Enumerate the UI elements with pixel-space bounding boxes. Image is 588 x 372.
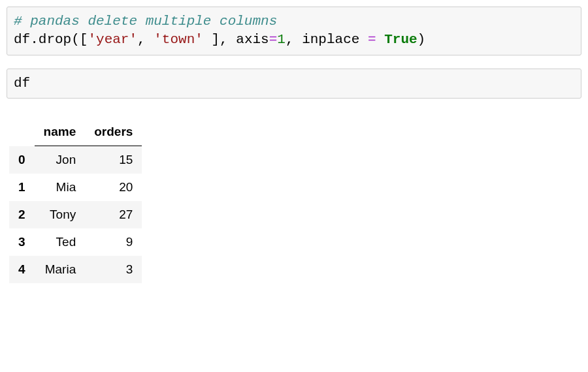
table-cell: Mia — [35, 174, 86, 201]
code-text: , inplace — [286, 32, 368, 47]
code-operator: = — [269, 32, 278, 47]
code-cell-2[interactable]: df — [7, 69, 581, 99]
table-header-cell: orders — [85, 118, 142, 146]
table-cell: 3 — [85, 256, 142, 283]
code-number: 1 — [277, 32, 286, 47]
table-row: 1 Mia 20 — [9, 174, 142, 201]
output-area: name orders 0 Jon 15 1 Mia 20 2 Tony 27 … — [7, 112, 581, 290]
code-text: , — [137, 32, 154, 47]
table-cell: 15 — [85, 146, 142, 174]
code-text: ) — [417, 32, 426, 47]
table-cell: Maria — [35, 256, 86, 283]
table-cell: 20 — [85, 174, 142, 201]
table-cell: 9 — [85, 228, 142, 256]
code-string: 'year' — [88, 32, 137, 47]
code-string: 'town' — [154, 32, 203, 47]
table-header-cell: name — [35, 118, 86, 146]
code-keyword: True — [384, 32, 417, 47]
table-row: 4 Maria 3 — [9, 256, 142, 283]
code-text: df — [14, 76, 30, 91]
table-row: 2 Tony 27 — [9, 201, 142, 228]
dataframe-table: name orders 0 Jon 15 1 Mia 20 2 Tony 27 … — [9, 118, 142, 283]
code-text: df.drop([ — [14, 32, 88, 47]
code-text: ], axis — [203, 32, 269, 47]
table-cell: 27 — [85, 201, 142, 228]
table-row: 3 Ted 9 — [9, 228, 142, 256]
table-header-row: name orders — [9, 118, 142, 146]
table-index-cell: 3 — [9, 228, 35, 256]
table-cell: Ted — [35, 228, 86, 256]
code-operator: = — [368, 32, 384, 47]
code-comment: # pandas delete multiple columns — [14, 14, 277, 29]
table-corner-cell — [9, 118, 35, 146]
table-row: 0 Jon 15 — [9, 146, 142, 174]
table-index-cell: 0 — [9, 146, 35, 174]
table-cell: Tony — [35, 201, 86, 228]
table-cell: Jon — [35, 146, 86, 174]
code-cell-1[interactable]: # pandas delete multiple columns df.drop… — [7, 7, 581, 55]
table-index-cell: 1 — [9, 174, 35, 201]
table-index-cell: 2 — [9, 201, 35, 228]
table-index-cell: 4 — [9, 256, 35, 283]
